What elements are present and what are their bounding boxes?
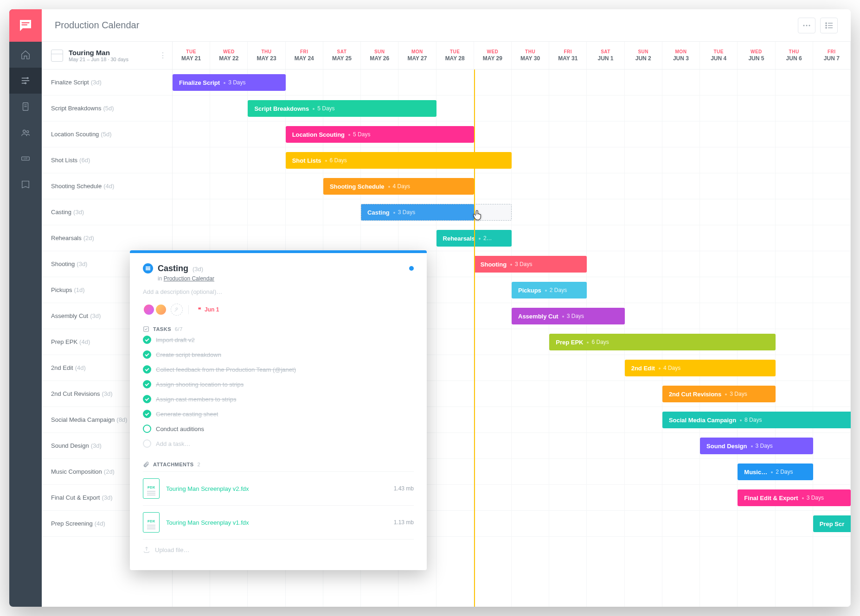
today-indicator <box>474 70 475 607</box>
gantt-bar[interactable]: Shooting Schedule 4 Days <box>323 178 474 195</box>
nav-library[interactable] <box>9 171 42 197</box>
gantt-bar[interactable]: Final Edit & Export 3 Days <box>738 489 851 506</box>
project-menu-icon[interactable]: ⋮ <box>159 51 167 60</box>
attachments-section-header: ATTACHMENTS2 <box>143 461 414 468</box>
timeline-row: Finalize Script 3 Days <box>173 70 851 95</box>
subtask-item[interactable]: Collect feedback from the Production Tea… <box>143 362 414 377</box>
svg-point-9 <box>809 25 810 26</box>
gantt-bar[interactable]: Shot Lists 6 Days <box>286 152 512 169</box>
svg-point-10 <box>826 23 827 24</box>
project-row: Touring Man May 21 – Jun 18 · 30 days ⋮ … <box>42 42 851 70</box>
project-date-range: May 21 – Jun 18 · 30 days <box>69 57 128 62</box>
timeline-row: Casting 3 Days <box>173 199 851 225</box>
svg-point-13 <box>176 308 178 310</box>
svg-point-1 <box>25 83 26 84</box>
svg-point-7 <box>803 25 805 26</box>
file-icon: FDX <box>143 512 160 533</box>
day-column: TUEMAY 21 <box>173 42 210 69</box>
gantt-bar[interactable]: 2nd Edit 4 Days <box>625 360 776 376</box>
nav-home[interactable] <box>9 42 42 68</box>
nav-team[interactable] <box>9 120 42 146</box>
day-column: TUEMAY 28 <box>436 42 474 69</box>
checkbox-icon[interactable] <box>143 336 151 344</box>
due-date[interactable]: Jun 1 <box>197 306 219 313</box>
gantt-bar[interactable]: Finalize Script 3 Days <box>173 74 286 91</box>
subtask-item[interactable]: Generate casting sheet <box>143 406 414 421</box>
subtask-item[interactable]: Conduct auditions <box>143 421 414 436</box>
task-name-row[interactable]: Shot Lists (6d) <box>42 147 172 173</box>
nav-timeline[interactable] <box>9 68 42 94</box>
subtask-item[interactable]: Assign shooting location to strips <box>143 377 414 392</box>
day-column: WEDMAY 29 <box>474 42 512 69</box>
gantt-bar[interactable]: Shooting 3 Days <box>474 256 587 273</box>
checkbox-icon[interactable] <box>143 425 151 433</box>
day-column: FRIMAY 31 <box>549 42 587 69</box>
svg-point-11 <box>826 25 827 26</box>
task-name-row[interactable]: Location Scouting (5d) <box>42 121 172 147</box>
day-column: SUNJUN 2 <box>625 42 662 69</box>
subtask-item[interactable]: Create script breakdown <box>143 347 414 362</box>
subtask-item[interactable]: Assign cast members to strips <box>143 392 414 406</box>
tasks-section-header: TASKS6/7 <box>143 326 414 332</box>
day-column: WEDMAY 22 <box>210 42 248 69</box>
timeline-row: Shot Lists 6 Days <box>173 147 851 173</box>
day-column: SUNMAY 26 <box>361 42 398 69</box>
timeline-row: Location Scouting 5 Days <box>173 121 851 147</box>
list-view-button[interactable] <box>820 18 838 33</box>
timeline-header: TUEMAY 21WEDMAY 22THUMAY 23FRIMAY 24SATM… <box>173 42 851 69</box>
app-logo[interactable] <box>9 9 42 42</box>
attachment-row[interactable]: FDXTouring Man Screenplay v1.fdx1.13 mb <box>143 505 414 539</box>
gantt-bar[interactable]: Sound Design 3 Days <box>700 438 813 454</box>
checkbox-icon[interactable] <box>143 365 151 374</box>
timeline-row: Rehearsals 2… <box>173 225 851 251</box>
nav-documents[interactable] <box>9 94 42 120</box>
day-column: MONJUN 3 <box>662 42 700 69</box>
checkbox-icon[interactable] <box>143 380 151 388</box>
task-name-row[interactable]: Casting (3d) <box>42 199 172 225</box>
attachment-row[interactable]: FDXTouring Man Screenplay v2.fdx1.43 mb <box>143 471 414 505</box>
day-column: THUJUN 6 <box>776 42 813 69</box>
task-name-row[interactable]: Rehearsals (2d) <box>42 225 172 251</box>
gantt-bar[interactable]: Music… 2 Days <box>738 464 813 480</box>
checkbox-icon[interactable] <box>143 350 151 359</box>
popup-breadcrumb: in Production Calendar <box>158 275 414 282</box>
svg-point-3 <box>23 130 26 133</box>
gantt-bar[interactable]: Location Scouting 5 Days <box>286 126 474 143</box>
gantt-bar[interactable]: Script Breakdowns 5 Days <box>248 100 436 117</box>
add-assignee-button[interactable] <box>171 304 183 316</box>
task-type-icon <box>143 263 153 273</box>
assignee-avatar[interactable] <box>155 304 167 316</box>
assignee-avatar[interactable] <box>143 304 155 316</box>
task-name-row[interactable]: Finalize Script (3d) <box>42 70 172 95</box>
gantt-bar[interactable]: Social Media Campaign 8 Days <box>662 412 851 428</box>
checkbox-icon[interactable] <box>143 395 151 403</box>
more-options-button[interactable] <box>798 18 815 33</box>
task-name-row[interactable]: Shooting Schedule (4d) <box>42 173 172 199</box>
gantt-bar[interactable]: Prep Scr <box>813 515 851 532</box>
gantt-bar[interactable]: Prep EPK 6 Days <box>549 334 775 350</box>
day-column: MONMAY 27 <box>398 42 436 69</box>
status-indicator[interactable] <box>409 266 414 271</box>
subtask-item[interactable]: Import draft v2 <box>143 332 414 347</box>
add-task-input[interactable]: Add a task… <box>143 436 414 451</box>
day-column: FRIMAY 24 <box>286 42 323 69</box>
nav-vip[interactable]: VIP <box>9 146 42 171</box>
upload-file-button[interactable]: Upload file… <box>143 539 414 560</box>
calendar-icon <box>51 50 63 62</box>
gantt-bar[interactable]: Assembly Cut 3 Days <box>512 308 625 324</box>
breadcrumb-link[interactable]: Production Calendar <box>164 275 214 282</box>
svg-rect-14 <box>144 327 149 332</box>
task-name-row[interactable]: Script Breakdowns (5d) <box>42 95 172 121</box>
cursor-hand-icon <box>471 209 484 222</box>
popup-title: Casting (3d) <box>158 264 203 273</box>
timeline-row: Script Breakdowns 5 Days <box>173 95 851 121</box>
day-column: THUMAY 30 <box>512 42 549 69</box>
day-column: WEDJUN 5 <box>738 42 775 69</box>
checkbox-icon[interactable] <box>143 410 151 418</box>
svg-point-8 <box>806 25 808 26</box>
task-detail-popup: Casting (3d) in Production Calendar Add … <box>130 250 427 570</box>
gantt-bar[interactable]: 2nd Cut Revisions 3 Days <box>662 386 776 402</box>
description-input[interactable]: Add a description (optional)… <box>143 288 414 295</box>
sidebar: VIP <box>9 9 42 607</box>
gantt-bar[interactable]: Pickups 2 Days <box>512 282 587 298</box>
